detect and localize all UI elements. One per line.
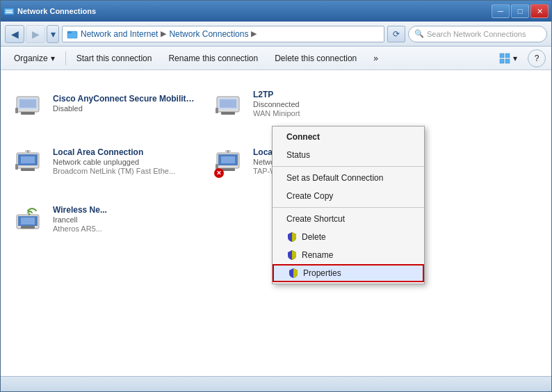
svg-rect-1 bbox=[6, 10, 13, 13]
search-icon: 🔍 bbox=[414, 29, 424, 38]
wireless-conn-status: Irancell bbox=[53, 215, 196, 224]
uac-shield-delete bbox=[286, 231, 298, 243]
cisco-conn-svg bbox=[14, 87, 47, 120]
ctx-status-label: Status bbox=[286, 150, 310, 160]
status-bar bbox=[1, 376, 551, 391]
address-path[interactable]: Network and Internet ▶ Network Connectio… bbox=[62, 26, 384, 42]
rename-connection-label: Rename this connection bbox=[168, 54, 258, 63]
delete-connection-button[interactable]: Delete this connection bbox=[267, 49, 364, 67]
close-button[interactable]: ✕ bbox=[530, 4, 549, 18]
ctx-item-default[interactable]: Set as Default Connection bbox=[273, 169, 424, 187]
lan-conn-svg bbox=[14, 145, 47, 178]
dropdown-button[interactable]: ▾ bbox=[47, 25, 59, 43]
svg-rect-13 bbox=[21, 112, 35, 115]
more-label: » bbox=[373, 54, 378, 63]
l2tp-conn-info: L2TP Disconnected WAN Miniport bbox=[253, 90, 396, 117]
organize-arrow: ▾ bbox=[51, 54, 55, 63]
svg-rect-4 bbox=[67, 31, 72, 33]
path-connections[interactable]: Network Connections bbox=[169, 29, 248, 39]
svg-rect-18 bbox=[221, 112, 235, 115]
back-button[interactable]: ◀ bbox=[5, 25, 24, 43]
organize-button[interactable]: Organize ▾ bbox=[6, 49, 63, 67]
svg-rect-5 bbox=[500, 54, 504, 58]
views-button[interactable]: ▾ bbox=[492, 49, 525, 67]
svg-point-37 bbox=[29, 213, 31, 215]
ctx-item-shortcut[interactable]: Create Shortcut bbox=[273, 210, 424, 228]
l2tp-conn-svg bbox=[214, 87, 247, 120]
wireless-conn-svg bbox=[14, 202, 47, 236]
help-button[interactable]: ? bbox=[528, 49, 546, 67]
path-sep-1: ▶ bbox=[161, 29, 166, 38]
maximize-button[interactable]: □ bbox=[511, 4, 529, 18]
ctx-delete-label: Delete bbox=[302, 232, 326, 242]
ctx-rename-label: Rename bbox=[302, 250, 333, 260]
ctx-item-delete[interactable]: Delete bbox=[273, 228, 424, 246]
svg-rect-35 bbox=[21, 218, 35, 224]
ctx-sep-2 bbox=[273, 207, 424, 208]
toolbar-separator-1 bbox=[65, 51, 66, 65]
svg-rect-12 bbox=[15, 108, 18, 113]
ctx-connect-label: Connect bbox=[286, 132, 320, 142]
search-box[interactable]: 🔍 Search Network Connections bbox=[408, 26, 547, 42]
ctx-default-label: Set as Default Connection bbox=[286, 173, 383, 183]
window-icon bbox=[3, 6, 15, 17]
svg-rect-36 bbox=[21, 226, 35, 229]
connection-item-wireless[interactable]: Wireless Ne... Irancell Atheros AR5... bbox=[8, 193, 202, 245]
toolbar: Organize ▾ Start this connection Rename … bbox=[1, 47, 551, 70]
svg-rect-8 bbox=[505, 59, 510, 63]
more-button[interactable]: » bbox=[366, 49, 386, 67]
views-icon bbox=[499, 53, 510, 64]
search-placeholder: Search Network Connections bbox=[427, 30, 526, 38]
title-bar-controls: ─ □ ✕ bbox=[492, 4, 549, 18]
uac-shield-properties bbox=[288, 268, 299, 279]
address-bar: ◀ ▶ ▾ Network and Internet ▶ Network Con… bbox=[1, 22, 551, 47]
connection-item-lan[interactable]: Local Area Connection Network cable unpl… bbox=[8, 135, 202, 187]
svg-rect-7 bbox=[500, 59, 504, 63]
l2tp-conn-adapter: WAN Miniport bbox=[253, 109, 396, 117]
delete-connection-label: Delete this connection bbox=[275, 54, 357, 63]
nav-buttons: ◀ ▶ ▾ bbox=[5, 25, 59, 43]
start-connection-button[interactable]: Start this connection bbox=[69, 49, 160, 67]
svg-rect-21 bbox=[21, 156, 35, 163]
ctx-item-properties[interactable]: Properties bbox=[273, 264, 424, 282]
error-badge: ✕ bbox=[214, 168, 224, 178]
l2tp-conn-name: L2TP bbox=[253, 90, 396, 99]
help-label: ? bbox=[535, 54, 539, 63]
lan-icon bbox=[14, 145, 47, 178]
connection-item-cisco[interactable]: Cisco AnyConnect Secure Mobility Client … bbox=[8, 77, 202, 129]
wireless-icon bbox=[14, 202, 47, 236]
lan-conn-status: Network cable unplugged bbox=[53, 158, 196, 166]
rename-connection-button[interactable]: Rename this connection bbox=[161, 49, 266, 67]
svg-rect-22 bbox=[15, 164, 18, 170]
ctx-item-status[interactable]: Status bbox=[273, 146, 424, 164]
main-content: Cisco AnyConnect Secure Mobility Client … bbox=[1, 70, 551, 376]
ctx-item-connect[interactable]: Connect bbox=[273, 128, 424, 146]
organize-label: Organize bbox=[14, 54, 48, 63]
connection-item-l2tp[interactable]: L2TP Disconnected WAN Miniport bbox=[208, 77, 403, 129]
window-title: Network Connections bbox=[17, 7, 96, 15]
minimize-button[interactable]: ─ bbox=[492, 4, 510, 18]
svg-rect-23 bbox=[21, 168, 35, 171]
uac-shield-rename bbox=[286, 250, 298, 261]
ctx-item-copy[interactable]: Create Copy bbox=[273, 187, 424, 205]
svg-rect-6 bbox=[505, 54, 510, 58]
forward-button[interactable]: ▶ bbox=[26, 25, 45, 43]
title-bar: Network Connections ─ □ ✕ bbox=[1, 1, 551, 22]
l2tp-conn-status: Disconnected bbox=[253, 100, 396, 108]
svg-rect-16 bbox=[220, 99, 236, 108]
cisco-conn-name: Cisco AnyConnect Secure Mobility Client … bbox=[53, 94, 196, 104]
cisco-conn-info: Cisco AnyConnect Secure Mobility Client … bbox=[53, 94, 196, 113]
wireless-conn-name: Wireless Ne... bbox=[53, 205, 196, 215]
refresh-button[interactable]: ⟳ bbox=[387, 26, 405, 42]
start-connection-label: Start this connection bbox=[76, 54, 152, 63]
lan-conn-info: Local Area Connection Network cable unpl… bbox=[53, 147, 196, 175]
main-window: Network Connections ─ □ ✕ ◀ ▶ ▾ Network … bbox=[0, 0, 552, 392]
ctx-sep-1 bbox=[273, 166, 424, 167]
ctx-item-rename[interactable]: Rename bbox=[273, 246, 424, 264]
ctx-shortcut-label: Create Shortcut bbox=[286, 214, 345, 224]
path-sep-2: ▶ bbox=[251, 29, 257, 38]
lan2-icon: ✕ bbox=[214, 145, 247, 178]
cisco-icon bbox=[14, 87, 47, 120]
views-arrow: ▾ bbox=[513, 54, 517, 63]
path-network[interactable]: Network and Internet bbox=[81, 29, 158, 39]
